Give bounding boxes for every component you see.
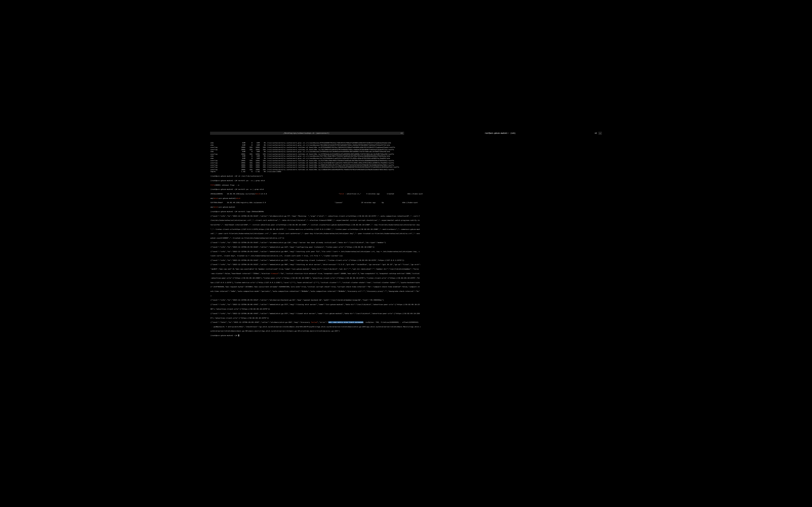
log-line: }	[211, 295, 602, 297]
log-line: lient-cert=, client-key=, trusted-ca = /…	[211, 255, 602, 257]
tab-hotkey: ⌘1	[401, 132, 403, 135]
log-line: s":2147483648,"max-request-bytes":157286…	[211, 286, 602, 288]
log-line: pshot-count=10000","--trusted-ca-file=/e…	[211, 237, 602, 239]
log-line: 0"],"advertise-client-urls":["https://10…	[211, 317, 602, 319]
tab-ssh[interactable]: root@wcn-gduvm-mwdcm1:~ (ssh) ⌘2	[404, 132, 599, 135]
tab-bar: ./Desktop/vpn/szdaocloudvpn.sh (openconn…	[210, 132, 602, 135]
log-line: {"level":"info","ts":"2023-12-15T06:25:5…	[211, 299, 602, 301]
prompt-line: [root@wcn-gduvm-mwdcm1 ~]# nerdctl ps -a…	[211, 188, 602, 191]
log-line: {"level":"info","ts":"2023-12-15T06:25:5…	[211, 259, 602, 262]
log-line: {"level":"info","ts":"2023-12-15T06:25:5…	[211, 241, 602, 244]
prompt-line: [root@wcn-gduvm-mwdcm1 ~]# nerdctl logs …	[211, 210, 602, 213]
log-line: -new-cluster":false,"heartbeat-interval"…	[211, 273, 602, 275]
df-row: tmpfs 1.6G 0 1.6G 0% /run/user/1002	[211, 171, 602, 173]
df-output: shm 64M 0 64M 0% /run/containerd/io.cont…	[211, 142, 602, 173]
prompt-line: [root@wcn-gduvm-mwdcm1 ~]#	[211, 335, 602, 337]
ps-row-cont: em/etcd-wcn-gduvm-mwdcm1/etcd	[211, 197, 602, 200]
log-line: {"level":"info","ts":"2023-12-15T06:25:5…	[211, 264, 602, 266]
log-line: eck-time-interval":"1m0s","auto-compacti…	[211, 290, 602, 293]
ps-row-cont: em/etcd-wcn-gduvm-mwdcm1	[211, 206, 602, 209]
log-line: terval=5s","--heartbeat-interval=250","-…	[211, 224, 602, 226]
log-line: ile=/etc/kubernetes/ssl/etcd/server.crt"…	[211, 219, 602, 222]
log-line: {"level":"info","ts":"2023-12-15T06:26:0…	[211, 304, 602, 306]
plus-icon: +	[599, 132, 601, 135]
tab-vpn[interactable]: ./Desktop/vpn/szdaocloudvpn.sh (openconn…	[210, 132, 404, 135]
log-line: {"level":"info","ts":"2023-12-15T06:25:5…	[211, 215, 602, 217]
log-line: -advertise-peer-urls":["https://10.82.69…	[211, 277, 602, 279]
cursor-icon	[238, 335, 239, 337]
terminal-output[interactable]: shm 64M 0 64M 0% /run/containerd/io.cont…	[210, 139, 602, 339]
log-line: {"level":"info","ts":"2023-12-15T06:25:5…	[211, 246, 602, 248]
log-line: 80"],"advertise-client-urls":["https://1…	[211, 308, 602, 310]
ps-row: 52f700c39ebf 10.82.49.238/registry.k8s.i…	[211, 202, 602, 204]
add-tab-button[interactable]: +	[598, 132, 602, 135]
prompt-line: [root@wcn-gduvm-mwdcm1 ~]# cd /var/lib/c…	[211, 175, 602, 177]
log-line: ","--listen-client-urls=https://127.0.0.…	[211, 228, 602, 230]
tab-hotkey: ⌘2	[595, 132, 597, 135]
prompt-line: [root@wcn-gduvm-mwdcm1 ~]# nerdctl ps --…	[211, 179, 602, 182]
log-line: {"level":"info","ts":"2023-12-15T06:26:0…	[211, 313, 602, 315]
log-line: {"level":"fatal","ts":"2023-12-15T06:26:…	[211, 321, 602, 324]
selected-text: wal: max entry size limit exceeded	[328, 321, 363, 323]
log-line: {"level":"info","ts":"2023-12-15T06:25:5…	[211, 250, 602, 252]
ps-row: 29ddaa18084b 10.82.49.238/quay.io/coreos…	[211, 193, 602, 195]
log-line: "amd64","max-cpu-set":8,"max-cpu-availab…	[211, 268, 602, 270]
log-line: - padBytes(4) = entryLimit(452)","stackt…	[211, 326, 602, 328]
error-line: FATA[0000] unknown flag: --a	[211, 184, 602, 186]
tab-title: ./Desktop/vpn/szdaocloudvpn.sh (openconn…	[211, 132, 401, 135]
tab-title: root@wcn-gduvm-mwdcm1:~ (ssh)	[406, 132, 595, 135]
log-line: cm1","--peer-cert-file=/etc/kubernetes/s…	[211, 233, 602, 235]
log-line: o/etcd/server/v3/etcdmain/main.go:40\nma…	[211, 330, 602, 332]
log-line: tps://127.0.0.1:2379"],"listen-metrics-u…	[211, 281, 602, 284]
